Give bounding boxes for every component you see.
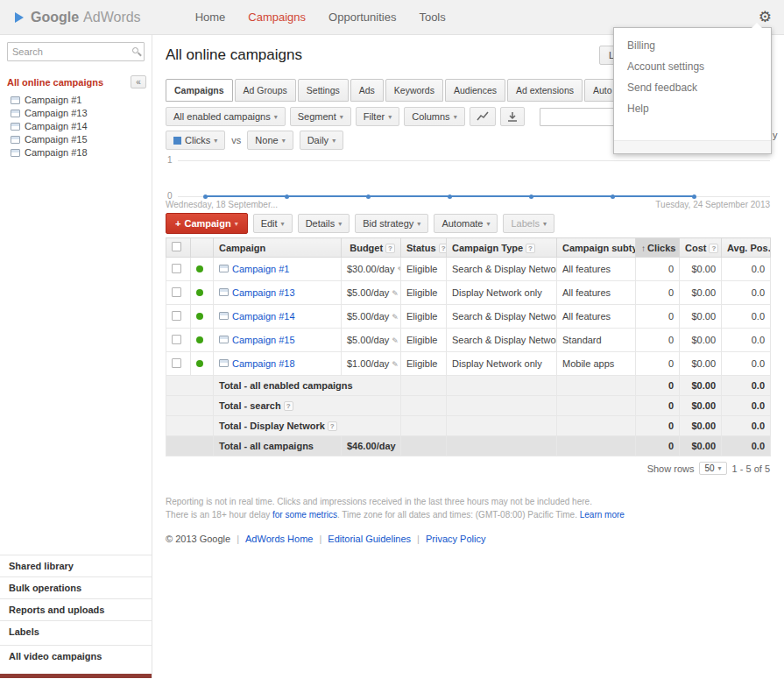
sidebar-item-all-online-campaigns[interactable]: All online campaigns bbox=[7, 77, 103, 88]
footer-link-privacy-policy[interactable]: Privacy Policy bbox=[426, 534, 485, 544]
campaign-link[interactable]: Campaign #15 bbox=[232, 335, 295, 345]
compare-selector-button[interactable]: None ▾ bbox=[247, 131, 293, 150]
help-icon[interactable]: ? bbox=[526, 244, 535, 253]
row-checkbox[interactable] bbox=[172, 358, 181, 368]
total-label: Total - all campaigns bbox=[219, 441, 314, 451]
campaign-icon bbox=[219, 265, 229, 272]
chevron-down-icon: ▾ bbox=[718, 464, 722, 472]
nav-home[interactable]: Home bbox=[195, 11, 226, 24]
tab-campaigns[interactable]: Campaigns bbox=[166, 79, 233, 102]
automate-button[interactable]: Automate▾ bbox=[434, 214, 498, 233]
edit-budget-icon[interactable]: ✎ bbox=[392, 360, 399, 369]
cost-cell: $0.00 bbox=[680, 281, 722, 305]
sidebar-item-campaign-13[interactable]: Campaign #13 bbox=[0, 107, 152, 120]
total-cost-cell: $0.00 bbox=[680, 376, 722, 396]
tab-ad-extensions[interactable]: Ad extensions bbox=[507, 79, 583, 102]
adwords-logo[interactable]: Google AdWords bbox=[12, 10, 141, 25]
sidebar-item-reports-and-uploads[interactable]: Reports and uploads bbox=[0, 598, 152, 620]
help-icon[interactable]: ? bbox=[439, 244, 447, 253]
cost-cell: $0.00 bbox=[680, 352, 722, 376]
edit-budget-icon[interactable]: ✎ bbox=[392, 289, 399, 298]
details-button[interactable]: Details▾ bbox=[298, 214, 350, 233]
nav-opportunities[interactable]: Opportunities bbox=[328, 11, 396, 24]
sidebar-item-shared-library[interactable]: Shared library bbox=[0, 555, 152, 576]
filter-button-segment[interactable]: Segment▾ bbox=[290, 107, 351, 126]
sidebar-item-bulk-operations[interactable]: Bulk operations bbox=[0, 576, 152, 598]
column-header-budget[interactable]: Budget? bbox=[342, 238, 401, 258]
sidebar-item-campaign-18[interactable]: Campaign #18 bbox=[0, 146, 152, 159]
campaign-link[interactable]: Campaign #1 bbox=[232, 264, 289, 274]
learn-more-link[interactable]: Learn more bbox=[580, 510, 625, 520]
filter-button-all-enabled-campaigns[interactable]: All enabled campaigns▾ bbox=[166, 107, 286, 126]
edit-budget-icon[interactable]: ✎ bbox=[392, 336, 399, 345]
disclaimer-line2: There is an 18+ hour delay for some metr… bbox=[166, 509, 726, 522]
total-avg-pos-cell: 0.0 bbox=[722, 436, 771, 456]
row-checkbox[interactable] bbox=[172, 264, 181, 273]
chart-point bbox=[529, 195, 533, 199]
search-icon[interactable] bbox=[132, 47, 138, 53]
footer-link-editorial-guidelines[interactable]: Editorial Guidelines bbox=[328, 534, 411, 544]
sidebar-item-campaign-14[interactable]: Campaign #14 bbox=[0, 120, 152, 133]
nav-campaigns[interactable]: Campaigns bbox=[248, 11, 306, 24]
metric-selector-button[interactable]: Clicks ▾ bbox=[166, 131, 225, 150]
column-header-campaign-type[interactable]: Campaign Type? bbox=[447, 238, 557, 258]
sidebar-spacer bbox=[0, 159, 152, 555]
help-icon[interactable]: ? bbox=[709, 244, 718, 253]
column-header-status[interactable]: Status? bbox=[401, 238, 447, 258]
sidebar-item-all-video-campaigns[interactable]: All video campaigns bbox=[0, 645, 152, 667]
footer-link-adwords-home[interactable]: AdWords Home bbox=[245, 534, 313, 544]
tab-audiences[interactable]: Audiences bbox=[445, 79, 505, 102]
sidebar-search bbox=[7, 42, 145, 61]
total-avg-pos-cell: 0.0 bbox=[722, 416, 771, 436]
filter-button-columns[interactable]: Columns▾ bbox=[404, 107, 464, 126]
tab-settings[interactable]: Settings bbox=[298, 79, 349, 102]
clicks-cell: 0 bbox=[636, 281, 680, 305]
column-header-avg-pos[interactable]: Avg. Pos.? bbox=[722, 238, 771, 258]
collapse-sidebar-button[interactable]: « bbox=[131, 75, 146, 88]
interval-selector-button[interactable]: Daily ▾ bbox=[300, 131, 343, 150]
chart-toggle-button[interactable] bbox=[470, 107, 496, 126]
campaign-icon bbox=[11, 136, 20, 144]
tab-ad-groups[interactable]: Ad Groups bbox=[235, 79, 296, 102]
sidebar-search-input[interactable] bbox=[7, 42, 145, 61]
select-all-checkbox[interactable] bbox=[172, 242, 181, 251]
sidebar-item-campaign-1[interactable]: Campaign #1 bbox=[0, 94, 152, 107]
new-campaign-button[interactable]: + Campaign ▾ bbox=[166, 213, 248, 234]
campaign-link[interactable]: Campaign #14 bbox=[232, 311, 295, 322]
tab-keywords[interactable]: Keywords bbox=[385, 79, 443, 102]
status-cell: Eligible bbox=[401, 329, 447, 352]
campaign-link[interactable]: Campaign #13 bbox=[232, 287, 295, 298]
bid-strategy-button[interactable]: Bid strategy▾ bbox=[355, 214, 428, 233]
campaign-link[interactable]: Campaign #18 bbox=[232, 358, 295, 369]
row-checkbox[interactable] bbox=[172, 335, 181, 344]
budget-value: $30.00/day bbox=[347, 264, 394, 274]
tab-ads[interactable]: Ads bbox=[350, 79, 384, 102]
menu-item-help[interactable]: Help bbox=[614, 98, 771, 119]
column-header-clicks[interactable]: ↑Clicks? bbox=[636, 238, 680, 258]
column-header-campaign-subtype[interactable]: Campaign subtype bbox=[557, 238, 636, 258]
clicks-cell: 0 bbox=[636, 329, 680, 352]
help-icon[interactable]: ? bbox=[328, 421, 337, 431]
sidebar-item-labels[interactable]: Labels bbox=[0, 620, 152, 642]
status-cell: Eligible bbox=[401, 352, 447, 376]
filter-button-filter[interactable]: Filter▾ bbox=[356, 107, 399, 126]
menu-item-account-settings[interactable]: Account settings bbox=[614, 56, 771, 77]
show-rows-select[interactable]: 50 ▾ bbox=[699, 462, 726, 475]
sidebar-item-campaign-15[interactable]: Campaign #15 bbox=[0, 133, 152, 146]
edit-budget-icon[interactable]: ✎ bbox=[392, 313, 399, 322]
row-checkbox[interactable] bbox=[172, 287, 181, 297]
menu-item-send-feedback[interactable]: Send feedback bbox=[614, 77, 771, 98]
help-icon[interactable]: ? bbox=[385, 244, 395, 253]
labels-button[interactable]: Labels▾ bbox=[503, 214, 554, 233]
column-header-campaign[interactable]: Campaign bbox=[214, 238, 342, 258]
column-header-cost[interactable]: Cost? bbox=[680, 238, 722, 258]
help-icon[interactable]: ? bbox=[284, 401, 293, 411]
edit-budget-icon[interactable]: ✎ bbox=[397, 265, 400, 274]
edit-button[interactable]: Edit▾ bbox=[253, 214, 293, 233]
for-some-metrics-link[interactable]: for some metrics bbox=[272, 510, 337, 520]
nav-tools[interactable]: Tools bbox=[419, 11, 445, 24]
avg-pos-cell: 0.0 bbox=[722, 329, 771, 352]
menu-item-billing[interactable]: Billing bbox=[614, 35, 771, 56]
row-checkbox[interactable] bbox=[172, 311, 181, 321]
download-button[interactable] bbox=[500, 107, 525, 126]
